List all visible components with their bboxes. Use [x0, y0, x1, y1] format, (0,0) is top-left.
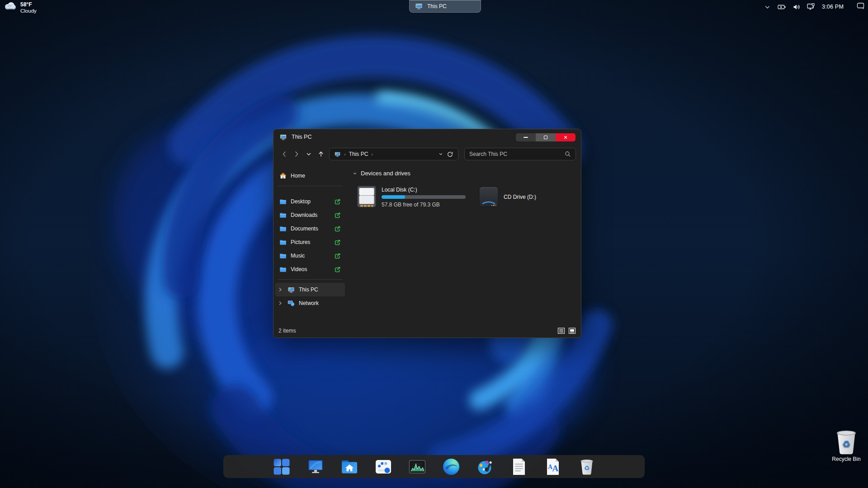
maximize-button[interactable]: [536, 133, 556, 141]
edge-icon: [443, 458, 460, 475]
desktop: 58°F Cloudy This PC: [0, 0, 868, 488]
sidebar-separator: [278, 279, 343, 280]
recycle-bin-icon: ♻: [835, 429, 857, 455]
sidebar-item-label: Music: [291, 253, 305, 259]
task-manager-button[interactable]: [408, 458, 426, 476]
paint-button[interactable]: [476, 458, 494, 476]
weather-temp: 58°F: [20, 1, 37, 8]
home-icon: [279, 172, 287, 179]
forward-button[interactable]: [290, 148, 302, 160]
this-pc-icon: [279, 134, 287, 141]
shortcut-arrow-icon[interactable]: [334, 225, 341, 232]
this-pc-icon: [334, 151, 341, 157]
sidebar-item-label: Home: [291, 173, 305, 179]
drive-local-disk-c[interactable]: Local Disk (C:) 57.8 GB free of 79.3 GB: [354, 184, 468, 210]
clock[interactable]: 3:06 PM: [822, 4, 844, 10]
network-display-icon[interactable]: [807, 3, 815, 11]
sidebar-item-home[interactable]: Home: [275, 169, 345, 183]
window-title: This PC: [292, 134, 311, 140]
shortcut-arrow-icon[interactable]: [334, 266, 341, 273]
notepad-button[interactable]: [510, 458, 528, 476]
edge-button[interactable]: [442, 458, 460, 476]
close-button[interactable]: ✕: [556, 133, 576, 141]
sidebar-item-label: This PC: [299, 286, 318, 293]
drive-cd-d[interactable]: CD Drive (D:): [476, 184, 539, 210]
disk-usage-fill: [382, 195, 405, 199]
desktop-recycle-bin[interactable]: ♻ Recycle Bin: [829, 429, 863, 462]
shortcut-arrow-icon[interactable]: [334, 198, 341, 205]
sidebar-item-network[interactable]: Network: [275, 296, 345, 310]
large-icons-view-icon[interactable]: [568, 327, 576, 334]
cloud-icon: [4, 1, 16, 10]
folder-icon: [279, 198, 287, 205]
sidebar-item-pictures[interactable]: Pictures: [275, 235, 345, 249]
settings-icon: [375, 460, 392, 474]
collapse-chevron-icon[interactable]: [352, 171, 358, 176]
weather-widget[interactable]: 58°F Cloudy: [4, 1, 37, 14]
breadcrumb-separator: ›: [344, 151, 346, 157]
search-box[interactable]: [464, 148, 576, 160]
sidebar-separator: [278, 186, 343, 186]
shortcut-arrow-icon[interactable]: [334, 212, 341, 219]
file-explorer-button[interactable]: [340, 458, 359, 476]
sidebar: Home Desktop: [274, 164, 347, 324]
disk-usage-bar: [382, 195, 466, 199]
minimize-button[interactable]: [516, 133, 536, 141]
task-manager-icon: [409, 460, 426, 474]
title-bar[interactable]: This PC ✕: [274, 129, 581, 145]
battery-charging-icon[interactable]: [778, 4, 786, 10]
display-icon: [307, 459, 324, 475]
details-view-icon[interactable]: [557, 327, 565, 334]
section-devices-and-drives[interactable]: Devices and drives: [352, 170, 574, 177]
expand-chevron-icon[interactable]: [277, 301, 283, 305]
folder-icon: [279, 252, 287, 259]
paint-icon: [476, 458, 494, 475]
fonts-button[interactable]: A A: [544, 458, 562, 476]
section-header-label: Devices and drives: [361, 170, 410, 177]
sidebar-item-music[interactable]: Music: [275, 249, 345, 263]
folder-icon: [279, 211, 287, 219]
drive-free-space: 57.8 GB free of 79.3 GB: [382, 202, 466, 208]
sidebar-item-desktop[interactable]: Desktop: [275, 195, 345, 208]
sidebar-item-label: Documents: [291, 225, 318, 232]
sidebar-item-label: Videos: [291, 266, 307, 272]
address-bar[interactable]: › This PC ›: [329, 148, 458, 160]
dock-taskbar: A A ♻: [223, 455, 645, 478]
system-tray: 3:06 PM: [764, 0, 864, 14]
taskbar-item-this-pc[interactable]: This PC: [409, 0, 481, 13]
sidebar-item-label: Pictures: [291, 239, 310, 245]
desktop-icon-label: Recycle Bin: [832, 456, 860, 462]
sidebar-item-downloads[interactable]: Downloads: [275, 208, 345, 222]
settings-button[interactable]: [374, 458, 392, 476]
sidebar-item-videos[interactable]: Videos: [275, 263, 345, 276]
back-button[interactable]: [278, 148, 290, 160]
breadcrumb-this-pc[interactable]: This PC: [349, 151, 368, 157]
recycle-bin-dock-button[interactable]: ♻: [578, 458, 596, 476]
notification-icon[interactable]: [857, 2, 864, 9]
sidebar-item-label: Desktop: [291, 198, 311, 205]
breadcrumb-separator: ›: [371, 151, 373, 157]
address-dropdown-icon[interactable]: [438, 151, 443, 157]
svg-text:♻: ♻: [842, 439, 850, 449]
cd-drive-icon: [478, 185, 499, 209]
this-pc-icon: [288, 286, 295, 293]
search-input[interactable]: [469, 151, 565, 157]
shortcut-arrow-icon[interactable]: [334, 239, 341, 246]
start-button[interactable]: [273, 458, 291, 476]
search-icon: [565, 151, 571, 157]
refresh-icon[interactable]: [447, 151, 453, 158]
up-button[interactable]: [315, 148, 327, 160]
folder-icon: [279, 239, 287, 246]
expand-chevron-icon[interactable]: [277, 287, 283, 292]
chevron-down-icon[interactable]: [764, 4, 771, 10]
recent-locations-button[interactable]: [302, 148, 315, 160]
sidebar-item-label: Network: [299, 300, 319, 306]
display-settings-button[interactable]: [307, 458, 325, 476]
folder-icon: [279, 266, 287, 273]
volume-icon[interactable]: [793, 4, 800, 10]
recycle-bin-icon: ♻: [580, 459, 594, 475]
shortcut-arrow-icon[interactable]: [334, 253, 341, 259]
sidebar-item-documents[interactable]: Documents: [275, 222, 345, 235]
sidebar-item-this-pc[interactable]: This PC: [275, 283, 345, 296]
notepad-icon: [512, 458, 526, 475]
